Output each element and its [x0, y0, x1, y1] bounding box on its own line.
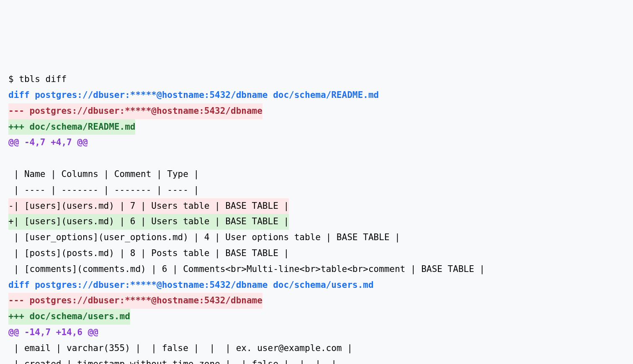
diff-line-content: -| [users](users.md) | 7 | Users table |…	[8, 198, 289, 214]
diff-line-content: $ tbls diff	[8, 74, 67, 84]
diff-line-content: diff postgres://dbuser:*****@hostname:54…	[8, 90, 379, 100]
diff-line-content	[8, 153, 14, 163]
diff-line-content: +| [users](users.md) | 6 | Users table |…	[8, 214, 289, 230]
diff-line: diff postgres://dbuser:*****@hostname:54…	[8, 277, 625, 293]
diff-line: @@ -4,7 +4,7 @@	[8, 135, 625, 151]
diff-line: --- postgres://dbuser:*****@hostname:543…	[8, 293, 625, 309]
diff-line-content: @@ -14,7 +14,6 @@	[8, 327, 98, 337]
diff-line: | ---- | ------- | ------- | ---- |	[8, 182, 625, 198]
diff-line-content: | ---- | ------- | ------- | ---- |	[8, 185, 199, 195]
diff-line-content: | Name | Columns | Comment | Type |	[8, 169, 199, 179]
diff-line: +| [users](users.md) | 6 | Users table |…	[8, 214, 625, 230]
diff-line	[8, 151, 625, 167]
diff-line: diff postgres://dbuser:*****@hostname:54…	[8, 87, 625, 103]
diff-line-content: --- postgres://dbuser:*****@hostname:543…	[8, 103, 262, 119]
diff-line: @@ -14,7 +14,6 @@	[8, 325, 625, 341]
diff-line-content: +++ doc/schema/README.md	[8, 119, 135, 135]
diff-line: | [user_options](user_options.md) | 4 | …	[8, 230, 625, 246]
diff-line-content: diff postgres://dbuser:*****@hostname:54…	[8, 280, 373, 290]
diff-line-content: @@ -4,7 +4,7 @@	[8, 137, 88, 147]
diff-line-content: | created | timestamp without time zone …	[8, 359, 337, 364]
diff-line: | [comments](comments.md) | 6 | Comments…	[8, 261, 625, 277]
diff-line: -| [users](users.md) | 7 | Users table |…	[8, 198, 625, 214]
diff-line: | [posts](posts.md) | 8 | Posts table | …	[8, 246, 625, 261]
diff-line-content: +++ doc/schema/users.md	[8, 309, 130, 325]
diff-line: +++ doc/schema/README.md	[8, 119, 625, 135]
diff-line-content: | [user_options](user_options.md) | 4 | …	[8, 232, 400, 242]
diff-line: $ tbls diff	[8, 72, 625, 87]
diff-line: --- postgres://dbuser:*****@hostname:543…	[8, 103, 625, 119]
diff-output: $ tbls diffdiff postgres://dbuser:*****@…	[8, 72, 625, 364]
diff-line-content: | [comments](comments.md) | 6 | Comments…	[8, 264, 485, 274]
diff-line: | created | timestamp without time zone …	[8, 356, 625, 364]
diff-line: +++ doc/schema/users.md	[8, 309, 625, 325]
diff-line: | Name | Columns | Comment | Type |	[8, 167, 625, 182]
diff-line-content: --- postgres://dbuser:*****@hostname:543…	[8, 293, 262, 309]
diff-line-content: | email | varchar(355) | | false | | | e…	[8, 343, 353, 353]
diff-line-content: | [posts](posts.md) | 8 | Posts table | …	[8, 248, 289, 258]
diff-line: | email | varchar(355) | | false | | | e…	[8, 341, 625, 356]
